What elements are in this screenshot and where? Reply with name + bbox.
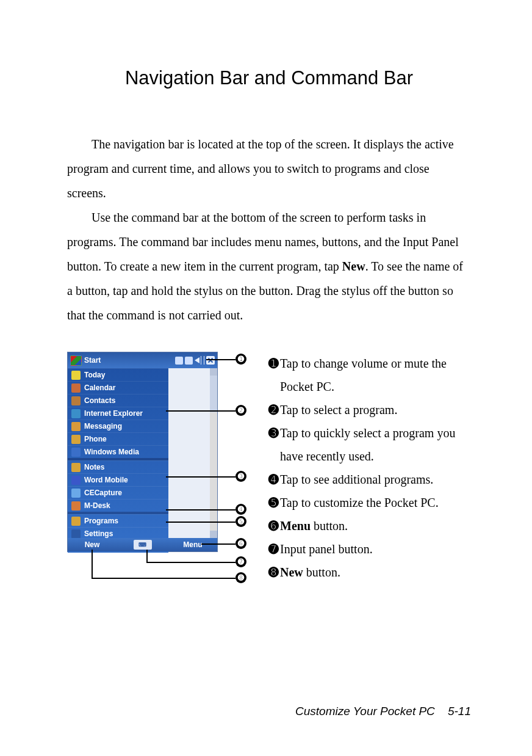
today-icon	[71, 371, 81, 380]
paragraph-2-bold-new: New	[342, 260, 365, 273]
page-footer: Customize Your Pocket PC 5-11	[295, 705, 471, 718]
menu-item-cecapture[interactable]: CECapture	[68, 486, 168, 499]
cecapture-icon	[71, 489, 81, 498]
callout-line	[92, 550, 93, 579]
legend-num: ➎	[268, 491, 279, 514]
menu-item-calendar[interactable]: Calendar	[68, 381, 168, 394]
menu-label: Phone	[84, 435, 107, 443]
menu-label: Windows Media	[84, 448, 139, 456]
mdesk-icon	[71, 501, 81, 511]
callout-bubble-3: ➌	[235, 471, 246, 482]
menu-item-contacts[interactable]: Contacts	[68, 394, 168, 407]
legend-text: Tap to customize the Pocket PC.	[279, 491, 439, 514]
contacts-icon	[71, 396, 81, 405]
legend-item-4: ➍Tap to see additional programs.	[268, 468, 471, 491]
menu-label: CECapture	[84, 489, 122, 497]
scroll-up-icon[interactable]	[210, 368, 217, 376]
legend-item-7: ➐Input panel button.	[268, 537, 471, 561]
legend-item-5: ➎Tap to customize the Pocket PC.	[268, 491, 471, 514]
scrollbar[interactable]	[210, 368, 217, 538]
callout-bubble-4: ➍	[235, 504, 246, 515]
legend-num: ➌	[268, 421, 279, 468]
menu-label: Contacts	[84, 396, 115, 405]
callout-bubble-5: ➎	[235, 516, 246, 527]
callout-line	[146, 550, 148, 563]
menu-label: Calendar	[84, 383, 115, 392]
callout-line	[201, 543, 235, 545]
menu-label: Programs	[84, 517, 118, 525]
legend-text: Tap to select a program.	[279, 398, 397, 421]
start-label[interactable]: Start	[84, 356, 101, 365]
menu-label: Messaging	[84, 422, 122, 431]
menu-item-mdesk[interactable]: M-Desk	[68, 499, 168, 512]
legend-item-8: ➑New button.	[268, 561, 471, 584]
scroll-thumb[interactable]	[210, 376, 217, 412]
menu-label: Word Mobile	[84, 476, 128, 484]
callout-line	[166, 509, 235, 511]
menu-label: M-Desk	[84, 501, 110, 510]
phone-icon	[71, 435, 81, 444]
legend-num: ➏	[268, 514, 279, 537]
word-icon	[71, 476, 81, 485]
paragraph-1: The navigation bar is located at the top…	[67, 132, 471, 205]
page-title: Navigation Bar and Command Bar	[67, 67, 471, 89]
menu-label: Today	[84, 371, 105, 379]
legend-text: Menu button.	[279, 514, 348, 537]
menu-item-internet-explorer[interactable]: Internet Explorer	[68, 407, 168, 420]
legend-num: ➋	[268, 398, 279, 421]
legend-text: New button.	[279, 561, 340, 584]
paragraph-2: Use the command bar at the bottom of the…	[67, 205, 471, 327]
menu-item-today[interactable]: Today	[68, 368, 168, 381]
callout-line	[206, 359, 235, 360]
scroll-down-icon[interactable]	[210, 531, 217, 538]
callout-bubble-1: ➊	[235, 354, 246, 365]
windows-media-icon	[71, 448, 81, 457]
ie-icon	[71, 409, 81, 418]
menu-label: Internet Explorer	[84, 409, 143, 418]
signal-icon[interactable]	[185, 357, 193, 365]
menu-item-windows-media[interactable]: Windows Media	[68, 445, 168, 458]
status-tray	[175, 356, 215, 365]
callout-bubble-2: ➋	[235, 405, 246, 416]
volume-icon[interactable]	[195, 356, 204, 365]
legend-num: ➍	[268, 468, 279, 491]
menu-item-notes[interactable]: Notes	[68, 460, 168, 473]
legend-text: Tap to see additional programs.	[279, 468, 433, 491]
legend-text: Tap to quickly select a program you have…	[279, 421, 471, 468]
legend: ➊Tap to change volume or mute the Pocket…	[262, 352, 471, 596]
input-panel-button[interactable]: ⌨	[134, 540, 152, 550]
close-icon[interactable]	[206, 356, 215, 365]
windows-flag-icon	[70, 355, 82, 366]
menu-item-messaging[interactable]: Messaging	[68, 420, 168, 432]
callout-line	[166, 522, 235, 523]
legend-text: Input panel button.	[279, 537, 373, 561]
settings-icon	[71, 529, 81, 539]
messaging-icon	[71, 422, 81, 431]
nav-bar[interactable]: Start	[68, 352, 217, 368]
figure-area: Start Today Calendar	[67, 352, 262, 596]
legend-item-1: ➊Tap to change volume or mute the Pocket…	[268, 352, 471, 398]
legend-num: ➐	[268, 537, 279, 561]
menu-button[interactable]: Menu	[168, 540, 217, 549]
callout-line	[166, 476, 235, 478]
menu-label: Settings	[84, 529, 113, 538]
legend-text: Tap to change volume or mute the Pocket …	[279, 352, 471, 398]
calendar-icon	[71, 383, 81, 393]
menu-item-programs[interactable]: Programs	[68, 514, 168, 527]
start-menu: Today Calendar Contacts Internet Explore…	[68, 368, 168, 553]
programs-icon	[71, 517, 81, 526]
menu-item-phone[interactable]: Phone	[68, 432, 168, 445]
menu-label: Notes	[84, 463, 104, 471]
menu-item-word-mobile[interactable]: Word Mobile	[68, 473, 168, 486]
legend-item-6: ➏Menu button.	[268, 514, 471, 537]
legend-num: ➊	[268, 352, 279, 398]
callout-line	[166, 410, 235, 412]
callout-bubble-7: ➐	[235, 556, 246, 567]
callout-line	[92, 578, 235, 579]
footer-section: Customize Your Pocket PC	[295, 705, 435, 718]
legend-item-3: ➌Tap to quickly select a program you hav…	[268, 421, 471, 468]
new-button[interactable]: New	[68, 540, 117, 549]
legend-num: ➑	[268, 561, 279, 584]
connectivity-icon[interactable]	[175, 357, 183, 365]
notes-icon	[71, 463, 81, 472]
